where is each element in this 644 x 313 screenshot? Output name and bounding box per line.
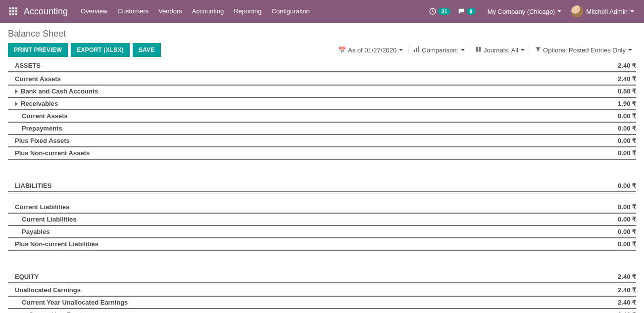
- row-label: Plus Non-current Liabilities: [8, 240, 618, 248]
- row-fixed-assets[interactable]: Plus Fixed Assets 0.00 ₹: [8, 135, 636, 147]
- row-value: 2.40 ₹: [618, 299, 636, 306]
- report-body[interactable]: ASSETS 2.40 ₹ Current Assets 2.40 ₹ Bank…: [0, 59, 644, 313]
- separator: [408, 45, 408, 54]
- row-label: LIABILITIES: [8, 182, 618, 189]
- svg-rect-3: [9, 10, 11, 12]
- row-receivables[interactable]: Receivables 1.90 ₹: [8, 98, 636, 110]
- svg-rect-1: [12, 7, 14, 9]
- filter-date-label: As of 01/27/2020: [348, 46, 396, 54]
- menu-configuration[interactable]: Configuration: [267, 0, 315, 23]
- row-label: Current Liabilities: [8, 216, 618, 223]
- discuss-button[interactable]: 9: [457, 7, 476, 15]
- page-title: Balance Sheet: [8, 29, 636, 39]
- top-navbar: Accounting Overview Customers Vendors Ac…: [0, 0, 644, 23]
- report-filters: 📅 As of 01/27/2020 Comparison: Journals:…: [334, 45, 636, 54]
- row-label: Current Year Earnings: [8, 311, 618, 313]
- row-value: 0.00 ₹: [618, 149, 636, 157]
- row-value: 2.40 ₹: [618, 286, 636, 294]
- filter-journals[interactable]: Journals: All: [471, 46, 529, 54]
- svg-rect-5: [15, 10, 17, 12]
- caret-down-icon: [521, 49, 525, 51]
- filter-date[interactable]: 📅 As of 01/27/2020: [334, 46, 407, 54]
- row-current-assets-sub[interactable]: Current Assets 0.00 ₹: [8, 110, 636, 123]
- row-label: Current Liabilities: [8, 203, 618, 211]
- chevron-right-icon[interactable]: [15, 101, 18, 106]
- activities-count: 31: [438, 8, 450, 15]
- svg-rect-0: [9, 7, 11, 9]
- row-assets[interactable]: ASSETS 2.40 ₹: [8, 59, 636, 73]
- activities-button[interactable]: 31: [429, 7, 450, 15]
- calendar-icon: 📅: [338, 46, 346, 54]
- caret-down-icon: [461, 49, 465, 51]
- filter-journals-label: Journals: All: [484, 46, 518, 54]
- row-label: Plus Non-current Assets: [8, 149, 618, 157]
- row-cy-unallocated[interactable]: Current Year Unallocated Earnings 2.40 ₹: [8, 297, 636, 309]
- control-panel: Balance Sheet PRINT PREVIEW EXPORT (XLSX…: [0, 23, 644, 61]
- row-value: 0.00 ₹: [618, 137, 636, 144]
- row-label: Current Assets: [8, 112, 618, 120]
- row-noncurrent-assets[interactable]: Plus Non-current Assets 0.00 ₹: [8, 147, 636, 160]
- row-value: 0.00 ₹: [618, 203, 636, 211]
- row-current-assets[interactable]: Current Assets 2.40 ₹: [8, 73, 636, 86]
- row-cy-earnings[interactable]: Current Year Earnings 2.40 ₹: [8, 309, 636, 313]
- row-label: Bank and Cash Accounts: [8, 88, 618, 95]
- row-label: Prepayments: [8, 125, 618, 132]
- caret-down-icon: [630, 10, 634, 12]
- clock-icon: [429, 7, 437, 15]
- separator: [530, 45, 530, 54]
- row-value: 2.40 ₹: [618, 75, 636, 83]
- svg-rect-12: [418, 46, 419, 52]
- menu-accounting[interactable]: Accounting: [187, 0, 229, 23]
- menu-vendors[interactable]: Vendors: [153, 0, 187, 23]
- row-value: 1.90 ₹: [618, 100, 636, 107]
- row-value: 0.00 ₹: [618, 228, 636, 235]
- row-bank-cash[interactable]: Bank and Cash Accounts 0.50 ₹: [8, 86, 636, 98]
- svg-rect-4: [12, 10, 14, 12]
- svg-rect-7: [12, 13, 14, 15]
- row-value: 0.00 ₹: [618, 216, 636, 223]
- main-menu: Overview Customers Vendors Accounting Re…: [76, 0, 315, 23]
- funnel-icon: [535, 46, 541, 54]
- save-button[interactable]: SAVE: [133, 43, 161, 57]
- row-value: 2.40 ₹: [618, 311, 636, 313]
- row-value: 0.00 ₹: [618, 182, 636, 189]
- book-icon: [475, 46, 482, 54]
- export-xlsx-button[interactable]: EXPORT (XLSX): [71, 43, 130, 57]
- user-name: Mitchell Admin: [586, 8, 628, 15]
- filter-comparison-label: Comparison:: [422, 46, 458, 54]
- company-selector[interactable]: My Company (Chicago): [483, 8, 567, 15]
- row-payables[interactable]: Payables 0.00 ₹: [8, 226, 636, 238]
- row-liabilities[interactable]: LIABILITIES 0.00 ₹: [8, 179, 636, 193]
- svg-rect-6: [9, 13, 11, 15]
- menu-overview[interactable]: Overview: [76, 0, 112, 23]
- row-unallocated-earnings[interactable]: Unallocated Earnings 2.40 ₹: [8, 284, 636, 297]
- filter-options[interactable]: Options: Posted Entries Only: [531, 46, 636, 54]
- row-noncurrent-liabilities[interactable]: Plus Non-current Liabilities 0.00 ₹: [8, 238, 636, 251]
- row-value: 0.00 ₹: [618, 125, 636, 132]
- row-label: Plus Fixed Assets: [8, 137, 618, 144]
- app-brand[interactable]: Accounting: [22, 6, 76, 17]
- row-label: Receivables: [8, 100, 618, 107]
- row-current-liabilities[interactable]: Current Liabilities 0.00 ₹: [8, 201, 636, 214]
- row-equity[interactable]: EQUITY 2.40 ₹: [8, 270, 636, 284]
- row-prepayments[interactable]: Prepayments 0.00 ₹: [8, 123, 636, 135]
- row-value: 0.50 ₹: [618, 88, 636, 95]
- user-menu[interactable]: Mitchell Admin: [566, 5, 639, 17]
- print-preview-button[interactable]: PRINT PREVIEW: [8, 43, 68, 57]
- row-current-liabilities-sub[interactable]: Current Liabilities 0.00 ₹: [8, 214, 636, 226]
- row-value: 2.40 ₹: [618, 62, 636, 69]
- svg-rect-10: [414, 49, 415, 52]
- chat-icon: [457, 7, 465, 15]
- apps-icon[interactable]: [5, 7, 22, 15]
- bar-chart-icon: [413, 46, 420, 54]
- menu-reporting[interactable]: Reporting: [229, 0, 266, 23]
- caret-down-icon: [399, 49, 403, 51]
- chevron-right-icon[interactable]: [15, 89, 18, 94]
- row-label: EQUITY: [8, 273, 618, 280]
- row-label: Payables: [8, 228, 618, 235]
- row-label: Unallocated Earnings: [8, 286, 618, 294]
- svg-rect-8: [15, 13, 17, 15]
- filter-comparison[interactable]: Comparison:: [409, 46, 469, 54]
- row-label: Current Year Unallocated Earnings: [8, 299, 618, 306]
- menu-customers[interactable]: Customers: [112, 0, 153, 23]
